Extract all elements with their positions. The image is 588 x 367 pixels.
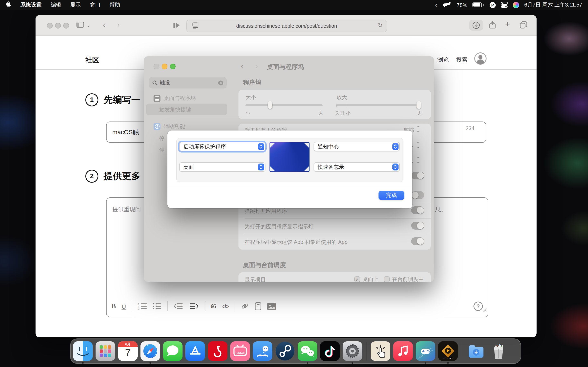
done-button[interactable]: 完成 xyxy=(379,191,404,200)
underline-button[interactable]: U xyxy=(121,303,126,310)
minimize-button[interactable] xyxy=(55,23,61,29)
new-tab-icon[interactable]: + xyxy=(505,20,510,29)
checkbox-unchecked-icon xyxy=(384,276,389,282)
settings-search-field[interactable]: 触发 xyxy=(149,77,227,89)
dock-calendar-icon[interactable]: 6月 7 xyxy=(118,341,138,361)
control-center-icon[interactable] xyxy=(501,2,508,8)
menu-help[interactable]: 帮助 xyxy=(105,0,125,10)
magnification-slider-thumb[interactable] xyxy=(416,101,421,109)
size-max-label: 大 xyxy=(319,110,323,116)
dropdown-stepper-icon xyxy=(258,164,264,170)
reload-icon[interactable]: ↻ xyxy=(378,22,383,29)
downloads-button[interactable] xyxy=(469,20,483,31)
menu-edit[interactable]: 编辑 xyxy=(46,0,66,10)
bold-button[interactable]: B xyxy=(112,303,116,310)
collapse-chevron-icon[interactable]: ‹ xyxy=(435,2,437,8)
dock-clicker-app-icon[interactable] xyxy=(371,341,390,361)
app-menu-title[interactable]: 系统设置 xyxy=(16,0,46,10)
dock-wechat-icon[interactable] xyxy=(298,341,317,361)
dock-dyls-app-icon[interactable]: DYLS.APP xyxy=(438,341,458,361)
dock-app-store-icon[interactable] xyxy=(185,341,205,361)
sidebar-item-hot-corners[interactable]: 触发角快捷键 xyxy=(146,104,227,115)
accessibility-icon xyxy=(154,123,160,130)
dock-music-icon[interactable] xyxy=(393,341,413,361)
image-button[interactable] xyxy=(267,303,276,310)
dock-system-settings-icon[interactable] xyxy=(343,341,362,361)
suggest-toggle[interactable] xyxy=(411,237,424,245)
help-button[interactable]: ? xyxy=(473,301,483,313)
battery-percent[interactable]: 78% xyxy=(457,2,467,8)
parallels-icon[interactable]: P xyxy=(490,2,496,8)
sidebar-item-desktop-dock[interactable]: 桌面与程序坞 xyxy=(154,95,196,102)
effect-stepper-icon[interactable]: ⌃⌄ xyxy=(416,142,420,149)
outdent-button[interactable] xyxy=(173,303,183,309)
sidebar-chevron-icon[interactable]: ⌄ xyxy=(86,23,90,28)
close-button[interactable] xyxy=(154,64,159,69)
menu-window[interactable]: 窗口 xyxy=(85,0,105,10)
checkbox-on-desktop[interactable]: ✓ 桌面上 xyxy=(355,276,379,282)
row-divider xyxy=(245,218,431,218)
dock-safari-icon[interactable] xyxy=(140,341,160,361)
code-button[interactable]: </> xyxy=(222,303,229,309)
nav-search[interactable]: 搜索 xyxy=(456,56,467,64)
dock-games-app-icon[interactable] xyxy=(416,341,435,361)
address-bar[interactable]: discussionschinese.apple.com/post/questi… xyxy=(186,20,387,32)
minimize-button[interactable] xyxy=(162,64,167,69)
profile-avatar[interactable] xyxy=(474,52,487,67)
dock-douyin-icon[interactable] xyxy=(320,341,340,361)
forward-button[interactable]: › xyxy=(117,20,120,29)
blockquote-button[interactable]: 66 xyxy=(210,303,216,310)
bounce-toggle[interactable] xyxy=(411,206,424,214)
indicator-label: 为打开的应用程序显示指示灯 xyxy=(245,223,314,230)
dock-trash-icon[interactable] xyxy=(489,341,508,361)
page-layout-icon[interactable] xyxy=(192,22,199,31)
article-button[interactable] xyxy=(255,302,261,310)
dock-messages-icon[interactable] xyxy=(163,341,182,361)
battery-icon[interactable] xyxy=(473,2,484,7)
zoom-stepper-icon[interactable]: ⌃⌄ xyxy=(416,157,420,164)
zoom-button[interactable] xyxy=(63,23,69,29)
bottom-right-corner-dropdown[interactable]: 快速备忘录 xyxy=(314,162,400,172)
dock-netease-music-icon[interactable] xyxy=(208,341,227,361)
dock-downloads-folder-icon[interactable] xyxy=(466,341,486,361)
close-button[interactable] xyxy=(47,23,53,29)
zoom-button[interactable] xyxy=(170,64,176,69)
runcat-icon[interactable] xyxy=(442,1,451,8)
apple-menu[interactable] xyxy=(0,0,16,10)
top-right-corner-dropdown[interactable]: 通知中心 xyxy=(314,142,400,151)
clear-search-icon[interactable] xyxy=(218,80,223,85)
ordered-list-button[interactable]: 123 xyxy=(138,303,147,310)
resize-grip[interactable] xyxy=(483,306,487,314)
menu-bar-clock[interactable]: 6月7日 周六 上午3:11:57 xyxy=(524,1,582,8)
tab-overview-icon[interactable] xyxy=(519,21,527,31)
bottom-left-corner-dropdown[interactable]: 桌面 xyxy=(179,162,265,172)
dock-steam-icon[interactable] xyxy=(275,341,295,361)
fast-forward-icon[interactable] xyxy=(173,22,180,30)
dock-bilibili-icon[interactable]: bilibili xyxy=(230,341,250,361)
autohide-dock-toggle[interactable] xyxy=(411,191,424,199)
share-icon[interactable] xyxy=(489,20,496,31)
dock-reading-app-icon[interactable] xyxy=(253,341,272,361)
size-slider-thumb[interactable] xyxy=(268,101,272,109)
checkbox-in-stage[interactable]: 在台前调度中 xyxy=(384,276,424,282)
nav-browse[interactable]: 浏览 xyxy=(437,56,449,64)
settings-back-button[interactable]: ‹ xyxy=(241,62,243,71)
sidebar-item-accessibility[interactable]: 辅助功能 xyxy=(154,123,185,130)
search-icon xyxy=(152,80,157,85)
minimize-to-icon-toggle[interactable] xyxy=(411,172,424,179)
size-slider[interactable] xyxy=(245,104,323,106)
menu-view[interactable]: 显示 xyxy=(66,0,85,10)
dock-launchpad-icon[interactable] xyxy=(95,341,115,361)
back-button[interactable]: ‹ xyxy=(103,20,105,29)
position-stepper-icon[interactable]: ⌃⌄ xyxy=(416,126,420,133)
link-button[interactable] xyxy=(241,302,249,310)
indent-button[interactable] xyxy=(189,303,199,309)
top-left-corner-dropdown[interactable]: 启动屏幕保护程序 xyxy=(179,142,265,151)
siri-icon[interactable] xyxy=(513,2,519,8)
bullet-list-button[interactable] xyxy=(153,303,162,310)
settings-forward-button[interactable]: › xyxy=(256,62,258,71)
sidebar-toggle-icon[interactable] xyxy=(76,22,84,29)
magnification-slider[interactable] xyxy=(337,104,421,106)
indicator-toggle[interactable] xyxy=(411,222,424,230)
dock-finder-icon[interactable] xyxy=(73,341,93,361)
